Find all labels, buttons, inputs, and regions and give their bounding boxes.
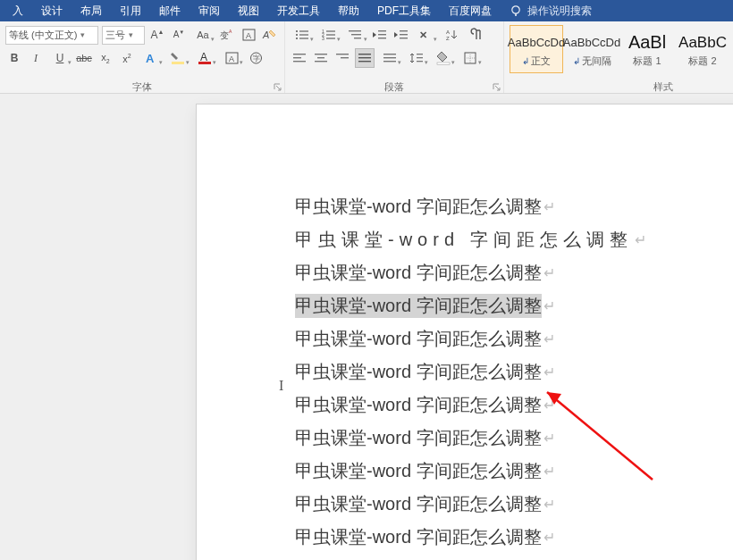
paragraph-mark-icon: ↵ <box>543 496 555 513</box>
change-case-button[interactable]: Aa▾ <box>191 26 215 44</box>
style-normal[interactable]: AaBbCcDd ↲正文 <box>510 25 563 73</box>
align-right-button[interactable] <box>333 49 351 67</box>
menu-tab[interactable]: 布局 <box>72 0 111 21</box>
document-line[interactable]: 甲虫课堂-word 字间距怎么调整↵ <box>295 422 733 455</box>
document-line[interactable]: 甲虫课堂-word 字间距怎么调整↵ <box>295 223 733 256</box>
style-heading1[interactable]: AaBl 标题 1 <box>620 25 674 73</box>
clear-formatting-button[interactable]: A <box>261 26 279 44</box>
svg-text:3: 3 <box>322 36 324 41</box>
phonetic-guide-button[interactable]: 变A <box>218 26 236 44</box>
line-spacing-button[interactable]: ▾ <box>405 49 428 67</box>
enclose-characters-button[interactable]: 字 <box>247 49 265 67</box>
line-text: 甲虫课堂-word 字间距怎么调整 <box>295 426 542 450</box>
bold-button[interactable]: B <box>5 49 23 67</box>
menu-tab[interactable]: 设计 <box>32 0 72 21</box>
svg-rect-45 <box>336 54 349 54</box>
svg-rect-43 <box>317 57 324 58</box>
document-line[interactable]: 甲虫课堂-word 字间距怎么调整↵ <box>295 355 733 389</box>
sort-button[interactable]: AZ <box>441 26 464 44</box>
text-highlight-button[interactable]: ▾ <box>166 49 190 67</box>
page-content[interactable]: 甲虫课堂-word 字间距怎么调整↵甲虫课堂-word 字间距怎么调整↵甲虫课堂… <box>197 104 733 554</box>
bullet-list-button[interactable]: ▾ <box>291 26 314 44</box>
character-shading-button[interactable]: A▾ <box>220 49 243 67</box>
align-left-button[interactable] <box>291 49 308 67</box>
align-justify-button[interactable] <box>355 48 375 68</box>
strikethrough-button[interactable]: abc <box>75 49 93 67</box>
menu-tab[interactable]: 帮助 <box>329 0 368 21</box>
paragraph-mark-icon: ↵ <box>543 330 555 347</box>
svg-rect-24 <box>326 34 335 35</box>
underline-button[interactable]: U▾ <box>48 49 72 67</box>
svg-rect-48 <box>358 57 371 58</box>
menu-tab[interactable]: 视图 <box>229 0 268 21</box>
tell-me-search[interactable]: 操作说明搜索 <box>522 0 592 21</box>
increase-font-size-button[interactable]: A▲ <box>148 26 166 44</box>
svg-rect-41 <box>293 61 306 62</box>
menu-tab[interactable]: 邮件 <box>150 0 190 21</box>
menu-tab[interactable]: PDF工具集 <box>368 0 440 21</box>
font-group-label: 字体 <box>0 80 284 93</box>
chevron-down-icon: ▾ <box>80 30 85 39</box>
svg-rect-32 <box>378 38 386 38</box>
svg-point-15 <box>296 30 298 32</box>
svg-rect-55 <box>417 61 423 62</box>
svg-point-19 <box>296 38 298 39</box>
align-center-button[interactable] <box>312 49 330 67</box>
font-dialog-launcher-icon[interactable] <box>274 83 282 92</box>
font-color-button[interactable]: A▾ <box>193 49 216 67</box>
numbered-list-button[interactable]: 123▾ <box>317 26 341 44</box>
menu-tab[interactable]: 开发工具 <box>268 0 329 21</box>
menu-tab[interactable]: 入 <box>4 0 32 21</box>
styles-group: AaBbCcDd ↲正文 AaBbCcDd ↲无间隔 AaBl 标题 1 AaB… <box>504 21 733 93</box>
italic-button[interactable]: I <box>27 49 45 67</box>
document-line[interactable]: 甲虫课堂-word 字间距怎么调整↵ <box>295 521 733 554</box>
style-preview: AaBbCcDd <box>508 31 565 54</box>
svg-rect-46 <box>341 57 349 58</box>
document-line[interactable]: 甲虫课堂-word 字间距怎么调整↵ <box>295 488 733 521</box>
document-canvas[interactable]: 甲虫课堂-word 字间距怎么调整↵甲虫课堂-word 字间距怎么调整↵甲虫课堂… <box>0 94 733 560</box>
decrease-indent-button[interactable] <box>371 26 389 44</box>
font-group: 等线 (中文正文) ▾ 三号 ▾ A▲ A▼ Aa▾ 变A A A B I U▾ <box>0 21 285 93</box>
line-text: 甲虫课堂-word 字间距怎么调整 <box>295 393 542 417</box>
paragraph-dialog-launcher-icon[interactable] <box>493 83 501 92</box>
styles-gallery[interactable]: AaBbCcDd ↲正文 AaBbCcDd ↲无间隔 AaBl 标题 1 AaB… <box>510 25 733 73</box>
borders-button[interactable]: ▾ <box>459 49 482 67</box>
svg-text:A: A <box>229 54 234 63</box>
paragraph-group-label: 段落 <box>285 80 503 93</box>
svg-text:✕: ✕ <box>419 29 427 40</box>
document-line[interactable]: 甲虫课堂-word 字间距怎么调整↵ <box>295 322 733 355</box>
menu-tab[interactable]: 审阅 <box>190 0 229 21</box>
style-no-spacing[interactable]: AaBbCcDd ↲无间隔 <box>565 25 619 73</box>
show-hide-marks-button[interactable] <box>468 26 485 44</box>
document-line[interactable]: 甲虫课堂-word 字间距怎么调整↵ <box>295 190 733 223</box>
line-text: 甲虫课堂-word 字间距怎么调整 <box>295 459 542 483</box>
document-line[interactable]: 甲虫课堂-word 字间距怎么调整↵ <box>295 256 733 289</box>
svg-rect-39 <box>293 54 306 54</box>
menu-tab[interactable]: 引用 <box>111 0 150 21</box>
document-line[interactable]: 甲虫课堂-word 字间距怎么调整↵ <box>295 289 733 322</box>
document-line[interactable]: 甲虫课堂-word 字间距怎么调整↵ <box>295 389 733 422</box>
asian-layout-button[interactable]: ✕▾ <box>414 26 437 44</box>
distribute-button[interactable]: ▾ <box>378 49 401 67</box>
svg-rect-54 <box>417 57 423 58</box>
svg-rect-26 <box>326 38 335 38</box>
multilevel-list-button[interactable]: ▾ <box>344 26 367 44</box>
font-name-dropdown[interactable]: 等线 (中文正文) ▾ <box>5 26 98 45</box>
shading-button[interactable]: ▾ <box>432 49 455 67</box>
line-text: 甲虫课堂-word 字间距怎么调整 <box>295 261 542 285</box>
page[interactable]: 甲虫课堂-word 字间距怎么调整↵甲虫课堂-word 字间距怎么调整↵甲虫课堂… <box>197 104 733 560</box>
font-size-dropdown[interactable]: 三号 ▾ <box>102 26 145 45</box>
increase-indent-button[interactable] <box>392 26 410 44</box>
superscript-button[interactable]: x2 <box>118 49 136 67</box>
text-effects-button[interactable]: A▾ <box>139 49 163 67</box>
svg-rect-10 <box>198 62 211 64</box>
character-border-button[interactable]: A <box>240 26 257 44</box>
document-line[interactable]: 甲虫课堂-word 字间距怎么调整↵ <box>295 455 733 488</box>
menu-tab[interactable]: 百度网盘 <box>440 0 501 21</box>
svg-rect-50 <box>383 54 396 54</box>
svg-text:字: 字 <box>253 54 260 63</box>
svg-text:A: A <box>246 31 251 40</box>
subscript-button[interactable]: x2 <box>97 49 114 67</box>
decrease-font-size-button[interactable]: A▼ <box>170 26 188 44</box>
style-heading2[interactable]: AaBbC 标题 2 <box>676 25 729 73</box>
